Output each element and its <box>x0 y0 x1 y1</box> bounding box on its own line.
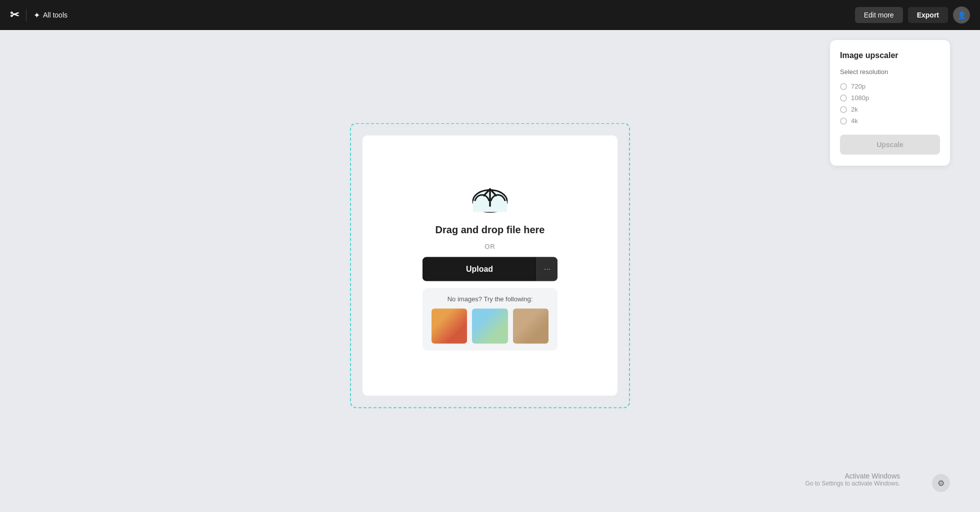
sample-image-person[interactable] <box>513 309 548 344</box>
resolution-720p-label: 720p <box>851 83 866 90</box>
activate-windows-subtitle: Go to Settings to activate Windows. <box>806 480 900 487</box>
resolution-1080p[interactable]: 1080p <box>840 94 940 102</box>
radio-4k <box>840 118 847 125</box>
settings-icon-button[interactable]: ⚙ <box>932 474 950 492</box>
or-text: OR <box>484 243 496 250</box>
resolution-options: 720p 1080p 2k 4k <box>840 83 940 125</box>
more-dots-icon: ··· <box>544 265 550 274</box>
avatar[interactable]: 👤 <box>953 7 970 24</box>
resolution-2k[interactable]: 2k <box>840 106 940 113</box>
radio-2k <box>840 106 847 113</box>
sample-section: No images? Try the following: <box>422 288 558 351</box>
sample-image-bird[interactable] <box>472 309 508 344</box>
upload-row: Upload ··· <box>422 257 558 281</box>
panel-title: Image upscaler <box>840 51 940 60</box>
export-button[interactable]: Export <box>908 7 948 23</box>
topbar-right: Edit more Export 👤 <box>855 7 970 24</box>
resolution-2k-label: 2k <box>851 106 858 113</box>
avatar-icon: 👤 <box>958 11 966 19</box>
nav-divider <box>26 9 26 21</box>
sample-image-fruits[interactable] <box>432 309 467 344</box>
upscale-button[interactable]: Upscale <box>840 135 940 155</box>
all-tools-button[interactable]: ✦ All tools <box>34 11 68 20</box>
upload-button[interactable]: Upload <box>422 257 536 281</box>
magic-wand-icon: ✦ <box>34 11 40 20</box>
settings-icon: ⚙ <box>938 478 944 488</box>
upload-cloud-icon <box>470 180 510 215</box>
sample-images <box>432 309 548 344</box>
dropzone-inner: Drag and drop file here OR Upload ··· No… <box>362 135 618 395</box>
logo-button[interactable]: ✂ <box>10 9 19 22</box>
resolution-720p[interactable]: 720p <box>840 83 940 90</box>
sample-title: No images? Try the following: <box>432 295 548 303</box>
main-content: Drag and drop file here OR Upload ··· No… <box>0 30 980 512</box>
all-tools-label: All tools <box>43 11 68 19</box>
resolution-1080p-label: 1080p <box>851 94 869 102</box>
radio-1080p <box>840 95 847 102</box>
drag-drop-text: Drag and drop file here <box>436 224 545 236</box>
dropzone-outer[interactable]: Drag and drop file here OR Upload ··· No… <box>350 123 630 408</box>
activate-windows-title: Activate Windows <box>806 472 900 480</box>
topbar: ✂ ✦ All tools Edit more Export 👤 <box>0 0 980 30</box>
right-panel: Image upscaler Select resolution 720p 10… <box>830 40 950 166</box>
radio-720p <box>840 83 847 90</box>
panel-subtitle: Select resolution <box>840 68 940 76</box>
resolution-4k[interactable]: 4k <box>840 117 940 125</box>
activate-windows: Activate Windows Go to Settings to activ… <box>806 472 900 487</box>
resolution-4k-label: 4k <box>851 117 858 125</box>
edit-more-button[interactable]: Edit more <box>855 7 903 23</box>
upload-more-button[interactable]: ··· <box>536 257 558 281</box>
